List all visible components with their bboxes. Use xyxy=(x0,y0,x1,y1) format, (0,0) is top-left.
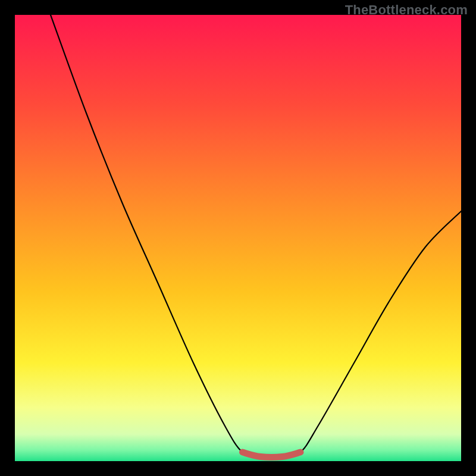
bottleneck-chart xyxy=(15,15,461,461)
gradient-background xyxy=(15,15,461,461)
plot-area xyxy=(15,15,461,461)
chart-frame: TheBottleneck.com xyxy=(0,0,476,476)
watermark-text: TheBottleneck.com xyxy=(345,2,468,18)
